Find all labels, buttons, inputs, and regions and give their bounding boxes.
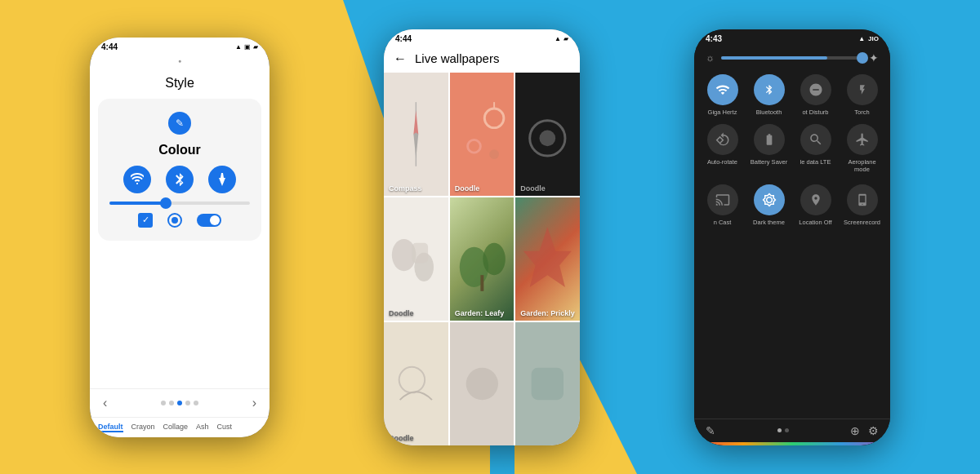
qs-battery-icon: [754, 124, 785, 155]
nav-dot-1[interactable]: [161, 401, 166, 405]
qs-torch-label: Torch: [854, 109, 869, 116]
qs-data-icon: [800, 124, 831, 155]
wp-title: Live wallpapers: [415, 51, 499, 65]
qs-airplane-icon: [847, 124, 878, 155]
qs-bluetooth-label: Bluetooth: [756, 109, 782, 116]
svg-rect-12: [412, 242, 428, 263]
notch-indicator: ●: [178, 58, 181, 64]
qs-screenrecord-label: Screenrecord: [844, 219, 880, 226]
wp-cell-doodle1[interactable]: Doodle: [450, 73, 514, 196]
qs-tiles-row1: Giga Hertz Bluetooth: [694, 71, 890, 119]
wp-cell-compass[interactable]: Compass: [384, 73, 448, 196]
wp-label-garden-prickly: Garden: Prickly: [520, 309, 575, 317]
qs-tile-dnd[interactable]: ot Disturb: [795, 74, 835, 116]
slider[interactable]: [109, 202, 250, 205]
wp-status-bar: 4:44 ▲ ▰: [384, 29, 580, 45]
wp-cell-doodle3[interactable]: Doodle: [384, 197, 448, 321]
wp-cell-extra1[interactable]: [450, 322, 514, 445]
tab-custom[interactable]: Cust: [217, 423, 233, 432]
wp-cell-garden-prickly[interactable]: Garden: Prickly: [515, 197, 580, 321]
qs-dot-1: [777, 428, 782, 432]
nav-dot-2[interactable]: [169, 401, 174, 405]
nav-dot-5[interactable]: [194, 401, 198, 405]
qs-torch-icon: [847, 74, 878, 105]
qs-darktheme-label: Dark theme: [753, 219, 785, 226]
wp-cell-doodle2[interactable]: Doodle: [515, 73, 580, 196]
qs-screen: 4:43 ▲ JIO ☼ ✦: [694, 29, 890, 445]
qs-tile-darktheme[interactable]: Dark theme: [749, 184, 789, 226]
svg-point-6: [467, 140, 480, 153]
nav-dot-4[interactable]: [185, 401, 190, 405]
wp-label-doodle4: Doodle: [389, 434, 414, 442]
slider-track: [109, 202, 250, 205]
tab-collage[interactable]: Collage: [163, 423, 189, 432]
svg-point-9: [540, 130, 556, 146]
svg-point-18: [466, 367, 497, 399]
qs-dnd-label: ot Disturb: [802, 109, 828, 116]
qs-wifi-icon: [707, 74, 738, 105]
wp-label-doodle1: Doodle: [455, 184, 480, 193]
tab-crayon[interactable]: Crayon: [131, 423, 155, 432]
qs-signal-icon: ▲: [858, 35, 865, 42]
qs-tile-screenrecord[interactable]: Screenrecord: [842, 184, 882, 226]
scene: 4:44 ▲ ▣ ▰ ● Style ✎ Colour: [0, 0, 980, 474]
qs-tile-data[interactable]: le data LTE: [795, 124, 835, 173]
wp-cell-extra2[interactable]: [515, 322, 580, 445]
qs-darktheme-icon: [754, 184, 785, 215]
bluetooth-tile[interactable]: [166, 166, 194, 193]
qs-tile-wifi[interactable]: Giga Hertz: [702, 74, 742, 116]
wifi-tile[interactable]: [123, 166, 151, 193]
wp-back-button[interactable]: ←: [394, 51, 407, 66]
nav-prev[interactable]: ‹: [103, 396, 107, 410]
brightness-track[interactable]: [721, 56, 862, 60]
flashlight-tile[interactable]: [208, 166, 236, 193]
qs-location-label: Location Off: [799, 219, 831, 226]
phone-mid: 4:44 ▲ ▰ ← Live wallpapers: [384, 29, 580, 445]
qs-dot-2: [785, 428, 789, 432]
qs-tile-torch[interactable]: Torch: [842, 74, 882, 116]
tab-ash[interactable]: Ash: [196, 423, 209, 432]
svg-point-17: [399, 366, 425, 392]
wp-grid: Compass Doodle Doodl: [384, 73, 580, 445]
qs-tile-autorotate[interactable]: Auto-rotate: [702, 124, 742, 173]
wp-cell-doodle4[interactable]: Doodle: [384, 322, 448, 445]
toggle[interactable]: [197, 214, 221, 227]
toggle-knob: [210, 215, 220, 225]
qs-rotate-icon: [707, 124, 738, 155]
radio-inner: [172, 217, 178, 224]
tabs-bottom: Default Crayon Collage Ash Cust: [90, 417, 270, 437]
qs-settings-icon[interactable]: ⚙: [868, 424, 879, 437]
qs-tile-airplane[interactable]: Aeroplane mode: [842, 124, 882, 173]
color-bar: [694, 442, 890, 445]
battery-icon: ▰: [253, 43, 258, 51]
slider-thumb[interactable]: [160, 197, 172, 209]
tab-default[interactable]: Default: [98, 423, 123, 432]
checkbox[interactable]: ✓: [138, 213, 153, 228]
nav-next[interactable]: ›: [252, 396, 256, 410]
nav-dots: [161, 401, 198, 405]
brightness-thumb[interactable]: [857, 52, 868, 64]
colour-card: ✎ Colour: [98, 99, 261, 241]
qs-brightness: ☼ ✦: [694, 45, 890, 71]
qs-bluetooth-icon: [754, 74, 785, 105]
phone-right: 4:43 ▲ JIO ☼ ✦: [694, 29, 890, 445]
wp-cell-garden-leafy[interactable]: Garden: Leafy: [450, 197, 514, 321]
qs-tile-battery[interactable]: Battery Saver: [749, 124, 789, 173]
qs-status-bar: 4:43 ▲ JIO: [694, 29, 890, 45]
qs-battery-label: Battery Saver: [751, 158, 787, 166]
wifi-icon: ▲: [235, 43, 242, 51]
wp-label-doodle2: Doodle: [520, 184, 546, 193]
qs-tile-cast[interactable]: n Cast: [702, 184, 742, 226]
qs-user-icon[interactable]: ⊕: [850, 424, 860, 437]
qs-bottom-bar: ✎ ⊕ ⚙: [694, 419, 890, 442]
radio[interactable]: [167, 213, 182, 228]
qs-edit-icon[interactable]: ✎: [706, 424, 715, 437]
wp-label-garden-leafy: Garden: Leafy: [455, 309, 505, 317]
wp-status-icons: ▲ ▰: [555, 35, 568, 42]
qs-tile-bluetooth[interactable]: Bluetooth: [749, 74, 789, 116]
svg-point-4: [484, 109, 504, 128]
qs-tile-location[interactable]: Location Off: [795, 184, 835, 226]
qs-rotate-label: Auto-rotate: [707, 158, 737, 166]
style-screen: 4:44 ▲ ▣ ▰ ● Style ✎ Colour: [90, 38, 270, 437]
nav-dot-3[interactable]: [177, 401, 182, 405]
